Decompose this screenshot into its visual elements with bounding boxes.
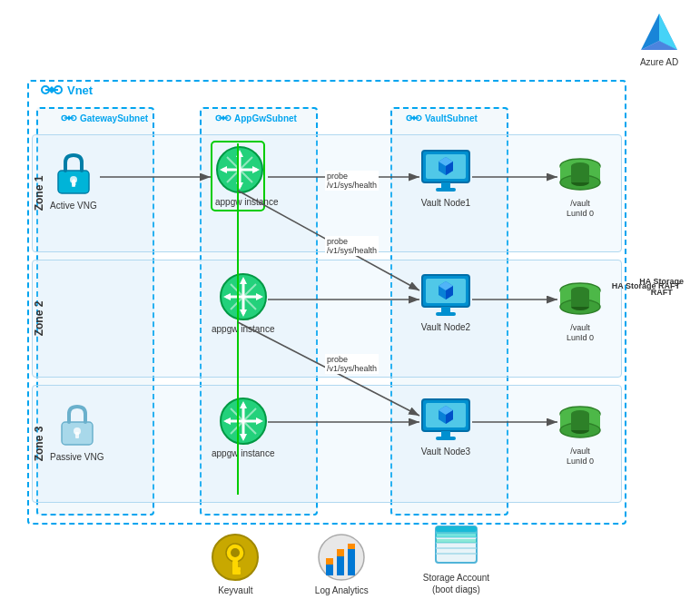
- vault-node3-container: Vault Node3: [419, 397, 472, 457]
- log-analytics-label: Log Analytics: [315, 585, 369, 595]
- svg-rect-132: [348, 549, 355, 575]
- log-analytics-icon: [317, 533, 367, 583]
- appgw-zone1-icon: [215, 145, 264, 194]
- active-vng-label: Active VNG: [50, 201, 97, 211]
- azure-ad-icon: Azure AD: [636, 9, 682, 67]
- svg-marker-22: [412, 115, 414, 121]
- vault-node3-label: Vault Node3: [419, 447, 472, 457]
- azure-ad-label: Azure AD: [636, 57, 682, 67]
- vault-lun3-label: /vaultLunId 0: [557, 447, 603, 467]
- appgw-zone1-label: appgw instance: [215, 197, 261, 207]
- probe-label-2: probe/v1/sys/health: [325, 236, 379, 256]
- svg-rect-101: [436, 437, 456, 440]
- bottom-icons-row: Keyvault Log Analytics: [0, 519, 700, 595]
- svg-text:⇕: ⇕: [70, 178, 77, 188]
- svg-rect-53: [571, 166, 589, 182]
- svg-marker-16: [223, 115, 225, 121]
- vault-node1-container: Vault Node1: [419, 148, 472, 208]
- log-analytics-container: Log Analytics: [315, 533, 369, 595]
- vault-subnet-label: VaultSubnet: [425, 113, 478, 123]
- appgw-zone2-container: appgw instance: [212, 272, 275, 334]
- zone-1-row: Zone 1: [32, 134, 622, 252]
- probe-label-1: probe/v1/sys/health: [325, 171, 379, 191]
- svg-rect-135: [348, 544, 355, 549]
- keyvault-label: Keyvault: [211, 585, 261, 595]
- storage-account-icon: [431, 519, 481, 569]
- zone-1-label: Zone 1: [33, 162, 45, 225]
- svg-rect-144: [436, 534, 477, 537]
- svg-rect-145: [436, 539, 477, 543]
- vault-lun2-label: /vaultLunId 0: [557, 323, 603, 343]
- svg-marker-12: [67, 115, 69, 121]
- diagram-container: Azure AD Vnet GatewaySubnet: [0, 0, 700, 609]
- svg-rect-70: [441, 307, 450, 312]
- svg-rect-143: [436, 526, 477, 532]
- keyvault-icon: [211, 533, 261, 583]
- passive-vng-label: Passive VNG: [50, 452, 104, 462]
- svg-point-124: [231, 548, 240, 557]
- svg-rect-126: [232, 567, 241, 571]
- svg-rect-83: [75, 432, 79, 438]
- zone-2-label: Zone 2: [33, 287, 45, 350]
- svg-rect-45: [436, 188, 456, 192]
- svg-rect-71: [436, 312, 456, 316]
- gateway-subnet-icon: [61, 112, 77, 124]
- probe-label-3: probe/v1/sys/health: [325, 354, 379, 374]
- zone-3-row: Zone 3: [32, 385, 622, 503]
- vault-subnet-icon: [406, 112, 422, 124]
- vault-node2-container: Vault Node2: [419, 272, 472, 332]
- appgw-zone2-icon: [219, 272, 268, 321]
- svg-rect-130: [326, 565, 333, 575]
- vault-lun2-container: /vaultLunId 0: [557, 277, 603, 343]
- svg-marker-11: [69, 115, 71, 121]
- passive-vng-icon: [54, 399, 100, 449]
- svg-rect-131: [337, 556, 344, 575]
- appgw-subnet-label: AppGwSubnet: [234, 113, 297, 123]
- storage-account-label: Storage Account(boot diags): [423, 572, 489, 595]
- svg-rect-133: [326, 558, 333, 565]
- zone-3-label: Zone 3: [33, 412, 45, 476]
- svg-rect-138: [436, 532, 477, 534]
- gateway-subnet-label: GatewaySubnet: [80, 113, 148, 123]
- vault-lun1-label: /vaultLunId 0: [557, 199, 603, 219]
- vault-lun1-icon: [557, 152, 603, 196]
- appgw-zone3-label: appgw instance: [212, 448, 275, 458]
- svg-rect-44: [441, 182, 450, 188]
- appgw-subnet-icon: [215, 112, 232, 124]
- vault-node2-label: Vault Node2: [419, 322, 472, 332]
- svg-rect-109: [571, 414, 589, 430]
- appgw-zone2-label: appgw instance: [212, 324, 275, 334]
- appgw-zone3-container: appgw instance: [212, 397, 275, 458]
- vault-lun3-icon: [557, 400, 603, 444]
- vnet-icon-row: Vnet: [41, 82, 93, 98]
- active-vng-container: ⇕ Active VNG: [50, 148, 97, 211]
- vault-lun3-container: /vaultLunId 0: [557, 400, 603, 467]
- vault-lun1-container: /vaultLunId 0: [557, 152, 603, 219]
- svg-rect-134: [337, 549, 344, 556]
- storage-account-container: Storage Account(boot diags): [423, 519, 489, 595]
- vnet-connector-icon: [41, 82, 63, 98]
- vault-lun2-icon: [557, 277, 603, 320]
- svg-marker-17: [222, 115, 223, 121]
- svg-rect-127: [232, 571, 241, 575]
- vnet-label: Vnet: [67, 83, 93, 97]
- svg-rect-79: [571, 290, 589, 307]
- active-vng-icon: ⇕: [51, 148, 96, 198]
- appgw-zone1-border: appgw instance: [211, 141, 265, 211]
- ha-storage-text: HA StorageRAFT: [639, 277, 684, 298]
- vault-node1-label: Vault Node1: [419, 198, 472, 208]
- svg-rect-100: [441, 431, 450, 437]
- vault-node1-icon: [419, 148, 472, 195]
- vault-node3-icon: [419, 397, 472, 444]
- appgw-zone3-icon: [219, 397, 268, 446]
- passive-vng-container: Passive VNG: [50, 399, 104, 462]
- vault-node2-icon: [419, 272, 472, 319]
- svg-marker-21: [414, 115, 416, 121]
- keyvault-container: Keyvault: [211, 533, 261, 595]
